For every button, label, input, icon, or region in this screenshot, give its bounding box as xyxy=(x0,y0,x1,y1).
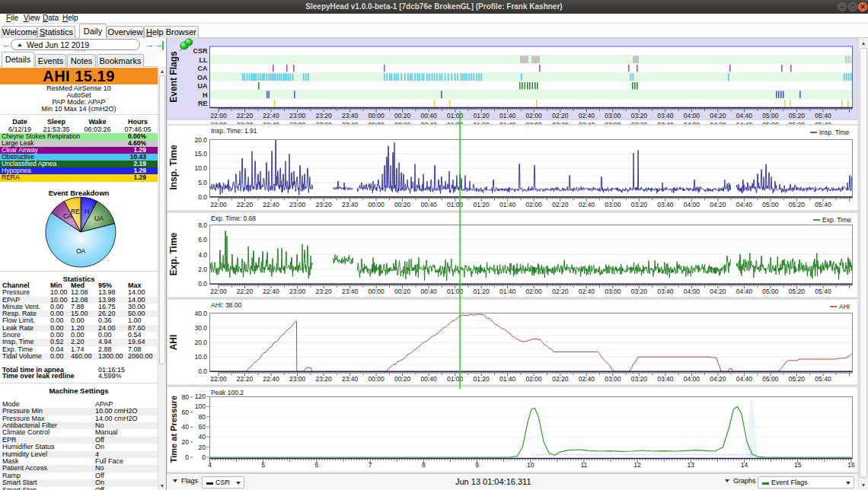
svg-text:23:40: 23:40 xyxy=(342,375,359,383)
svg-text:04:40: 04:40 xyxy=(736,288,753,295)
svg-text:01:00: 01:00 xyxy=(447,375,464,383)
svg-text:01:00: 01:00 xyxy=(447,112,464,119)
svg-text:01:20: 01:20 xyxy=(474,112,490,119)
svg-text:00:20: 00:20 xyxy=(394,201,411,208)
svg-text:00:00: 00:00 xyxy=(368,288,385,295)
svg-text:30.0: 30.0 xyxy=(194,324,207,332)
svg-text:40: 40 xyxy=(182,423,190,431)
svg-text:03:00: 03:00 xyxy=(605,288,621,295)
svg-text:01:40: 01:40 xyxy=(499,288,516,295)
svg-text:03:00: 03:00 xyxy=(605,201,621,208)
svg-text:04:00: 04:00 xyxy=(684,375,700,383)
svg-text:UA: UA xyxy=(94,215,104,222)
svg-text:10.0: 10.0 xyxy=(194,164,207,172)
svg-text:60: 60 xyxy=(182,409,190,416)
svg-text:15: 15 xyxy=(794,461,802,469)
svg-text:AHI: AHI xyxy=(839,303,850,310)
svg-text:05:40: 05:40 xyxy=(815,112,831,119)
svg-text:0.0: 0.0 xyxy=(198,193,207,201)
svg-text:04:20: 04:20 xyxy=(710,112,726,119)
svg-text:7: 7 xyxy=(369,461,372,469)
svg-text:00:40: 00:40 xyxy=(421,201,438,208)
svg-text:20.0: 20.0 xyxy=(194,339,207,346)
svg-text:16: 16 xyxy=(847,461,855,469)
svg-text:05:00: 05:00 xyxy=(762,375,779,383)
svg-text:Insp. Time: Insp. Time xyxy=(819,129,849,136)
svg-text:03:20: 03:20 xyxy=(631,288,648,295)
svg-text:02:00: 02:00 xyxy=(526,288,543,295)
svg-text:23:20: 23:20 xyxy=(315,288,332,295)
svg-text:40: 40 xyxy=(199,433,206,441)
svg-text:01:00: 01:00 xyxy=(447,201,464,208)
svg-text:02:40: 02:40 xyxy=(579,288,595,295)
svg-text:02:00: 02:00 xyxy=(526,201,543,208)
svg-text:00:40: 00:40 xyxy=(421,112,438,119)
svg-text:10: 10 xyxy=(527,461,535,469)
svg-text:02:40: 02:40 xyxy=(579,201,595,208)
svg-text:05:20: 05:20 xyxy=(789,201,806,208)
svg-text:15.0: 15.0 xyxy=(194,150,207,158)
svg-text:04:40: 04:40 xyxy=(736,201,753,208)
svg-text:22:20: 22:20 xyxy=(237,288,254,295)
svg-text:CA: CA xyxy=(63,212,72,220)
svg-text:23:40: 23:40 xyxy=(342,112,359,119)
svg-text:AHI: AHI xyxy=(168,335,179,351)
svg-text:04:00: 04:00 xyxy=(684,288,700,295)
svg-text:04:20: 04:20 xyxy=(710,375,726,383)
svg-text:Exp. Time: 0.68: Exp. Time: 0.68 xyxy=(211,215,256,222)
svg-text:22:00: 22:00 xyxy=(210,288,227,295)
svg-text:4.0: 4.0 xyxy=(198,251,207,259)
svg-text:6: 6 xyxy=(315,461,319,469)
svg-text:03:40: 03:40 xyxy=(657,112,674,119)
svg-text:03:20: 03:20 xyxy=(631,375,648,383)
svg-text:01:20: 01:20 xyxy=(474,201,490,208)
svg-text:22:20: 22:20 xyxy=(237,112,254,119)
svg-text:Time at Pressure: Time at Pressure xyxy=(169,396,178,463)
svg-text:22:40: 22:40 xyxy=(263,288,279,295)
svg-text:80: 80 xyxy=(199,413,206,421)
svg-text:03:40: 03:40 xyxy=(657,375,674,383)
svg-text:05:00: 05:00 xyxy=(762,288,779,295)
svg-text:0: 0 xyxy=(185,453,189,461)
svg-text:23:00: 23:00 xyxy=(289,288,306,295)
svg-text:20: 20 xyxy=(182,438,190,446)
svg-text:02:20: 02:20 xyxy=(552,112,569,119)
svg-text:00:40: 00:40 xyxy=(421,288,438,295)
svg-text:23:40: 23:40 xyxy=(342,288,359,295)
svg-text:100: 100 xyxy=(195,402,206,410)
svg-text:04:20: 04:20 xyxy=(710,288,726,295)
svg-text:05:20: 05:20 xyxy=(789,375,806,383)
svg-text:2.0: 2.0 xyxy=(198,266,207,273)
svg-text:22:00: 22:00 xyxy=(210,112,227,119)
svg-text:H: H xyxy=(203,91,208,99)
svg-text:00:00: 00:00 xyxy=(368,112,385,119)
svg-text:04:00: 04:00 xyxy=(684,112,700,119)
svg-text:03:20: 03:20 xyxy=(631,201,648,208)
svg-text:05:40: 05:40 xyxy=(815,201,831,208)
svg-text:OA: OA xyxy=(197,74,208,81)
svg-text:CA: CA xyxy=(198,65,208,72)
svg-text:01:40: 01:40 xyxy=(499,201,516,208)
svg-text:03:20: 03:20 xyxy=(631,112,648,119)
svg-text:14: 14 xyxy=(741,461,748,469)
svg-text:H: H xyxy=(85,208,89,215)
svg-text:00:40: 00:40 xyxy=(421,375,438,383)
svg-text:22:20: 22:20 xyxy=(237,375,254,383)
svg-text:12: 12 xyxy=(633,461,641,469)
svg-text:02:20: 02:20 xyxy=(552,201,569,208)
svg-text:05:00: 05:00 xyxy=(762,201,779,208)
svg-text:0.0: 0.0 xyxy=(198,368,207,375)
svg-text:9: 9 xyxy=(475,461,479,469)
svg-text:RE: RE xyxy=(71,208,80,215)
svg-text:03:00: 03:00 xyxy=(605,375,621,383)
svg-text:13: 13 xyxy=(688,461,695,469)
svg-text:01:20: 01:20 xyxy=(474,375,490,383)
svg-text:22:00: 22:00 xyxy=(210,375,227,383)
svg-text:00:00: 00:00 xyxy=(368,201,385,208)
svg-text:22:40: 22:40 xyxy=(263,112,279,119)
svg-text:Insp. Time: Insp. Time xyxy=(168,145,179,189)
svg-text:00:00: 00:00 xyxy=(368,375,385,383)
svg-text:40.0: 40.0 xyxy=(194,310,207,317)
svg-text:02:40: 02:40 xyxy=(579,375,595,383)
svg-text:AHI: 38.00: AHI: 38.00 xyxy=(211,301,241,309)
